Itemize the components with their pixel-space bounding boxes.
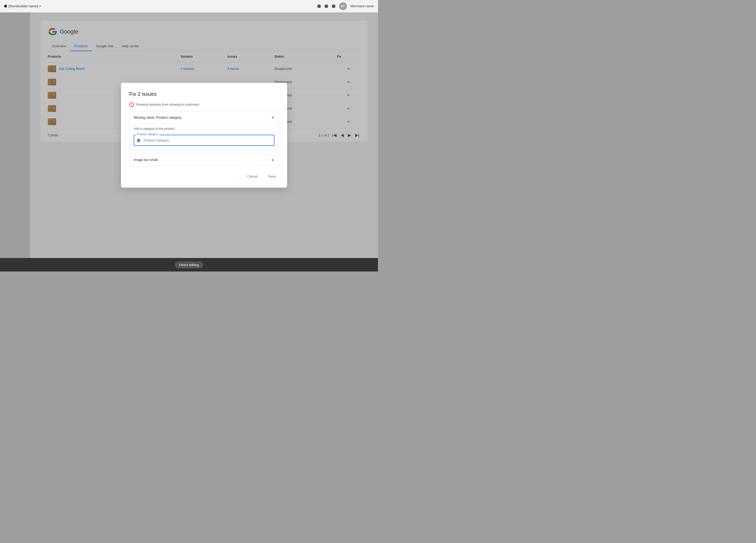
icon-circle-1[interactable] [317,4,321,8]
chevron-up-icon: ∧ [271,115,274,120]
issue-1-section: Missing value: Product category ∧ Add a … [129,111,279,150]
icon-circle-3[interactable] [332,4,335,8]
icon-circle-2[interactable] [325,4,328,8]
merchant-avatar[interactable]: DY [339,2,347,10]
bottom-bar: Direct editing [0,258,378,271]
issue-2-header[interactable]: Image too small ∨ [130,154,279,166]
issue-1-title: Missing value: Product category [134,116,181,119]
issue-1-body: Add a category to the product. Product c… [130,124,279,150]
modal: Fix 2 issues Prevents products from show… [121,83,287,188]
issue-2-title: Image too small [134,158,158,162]
cancel-button[interactable]: Cancel [244,172,261,180]
modal-warning-bar: Prevents products from showing to custom… [129,102,279,107]
product-category-input[interactable] [134,135,274,146]
modal-title: Fix 2 issues [129,91,279,97]
top-bar-right: DY Merchant name [317,2,374,10]
issue-2-section: Image too small ∨ [129,153,279,166]
chevron-down-icon: ∨ [271,157,274,162]
save-button[interactable]: Save [265,172,279,180]
field-dot-icon [137,139,140,142]
chevron-down-icon: ▾ [39,5,41,8]
product-category-field-wrapper: Product category [134,135,274,146]
storebuilder-selector[interactable]: [Storebuilder name] ▾ [4,4,41,8]
direct-editing-badge: Direct editing [175,261,203,268]
avatar-initials: DY [341,5,345,8]
main-panel: Google Overview Products Google Ads Help… [30,12,378,258]
outer-frame: [Storebuilder name] ▾ DY Merchant name [0,0,378,271]
warning-text: Prevents products from showing to custom… [136,103,199,106]
issue-1-description: Add a category to the product. [134,124,274,134]
storebuilder-label: [Storebuilder name] [9,4,38,8]
warning-icon [129,102,134,107]
product-category-label: Product category [136,133,159,136]
modal-footer: Cancel Save [129,172,279,180]
modal-overlay[interactable]: Fix 2 issues Prevents products from show… [30,12,378,258]
merchant-name: Merchant name [350,4,374,8]
issue-1-header[interactable]: Missing value: Product category ∧ [130,111,279,124]
dot-icon [4,5,7,8]
